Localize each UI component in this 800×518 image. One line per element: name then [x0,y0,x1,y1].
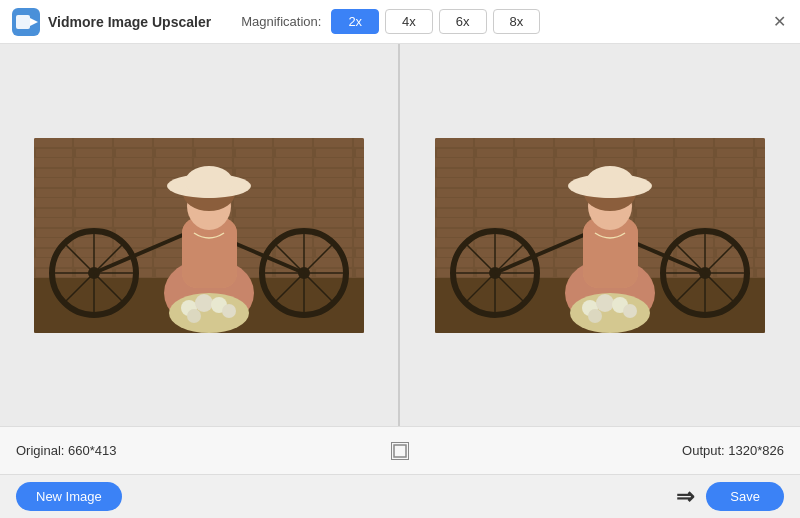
original-size-label: Original: 660*413 [16,443,116,458]
checkbox-icon [393,444,407,458]
mag-2x-button[interactable]: 2x [331,9,379,34]
new-image-button[interactable]: New Image [16,482,122,511]
output-image-panel [400,44,800,426]
center-checkbox-icon[interactable] [391,442,409,460]
svg-point-75 [588,309,602,323]
output-photo-frame [435,138,765,333]
main-content [0,44,800,426]
mag-4x-button[interactable]: 4x [385,9,433,34]
close-button[interactable]: ✕ [773,14,786,30]
bottom-bar: New Image ⇒ Save [0,474,800,518]
app-title: Vidmore Image Upscaler [48,14,211,30]
bottom-right-actions: ⇒ Save [676,482,784,511]
title-bar: Vidmore Image Upscaler Magnification: 2x… [0,0,800,44]
app-logo-icon [12,8,40,36]
svg-rect-76 [394,445,406,457]
svg-point-69 [586,166,634,198]
svg-point-34 [185,166,233,198]
magnification-buttons: 2x 4x 6x 8x [331,9,540,34]
original-photo [34,138,364,333]
magnification-label: Magnification: [241,14,321,29]
svg-point-40 [187,309,201,323]
arrow-right-icon: ⇒ [676,484,694,510]
svg-point-72 [596,294,614,312]
original-photo-frame [34,138,364,333]
svg-rect-1 [16,15,30,29]
info-bar: Original: 660*413 Output: 1320*826 [0,426,800,474]
output-size-label: Output: 1320*826 [682,443,784,458]
original-image-panel [0,44,400,426]
mag-8x-button[interactable]: 8x [493,9,541,34]
svg-point-74 [623,304,637,318]
svg-point-37 [195,294,213,312]
mag-6x-button[interactable]: 6x [439,9,487,34]
output-photo [435,138,765,333]
svg-point-39 [222,304,236,318]
save-button[interactable]: Save [706,482,784,511]
